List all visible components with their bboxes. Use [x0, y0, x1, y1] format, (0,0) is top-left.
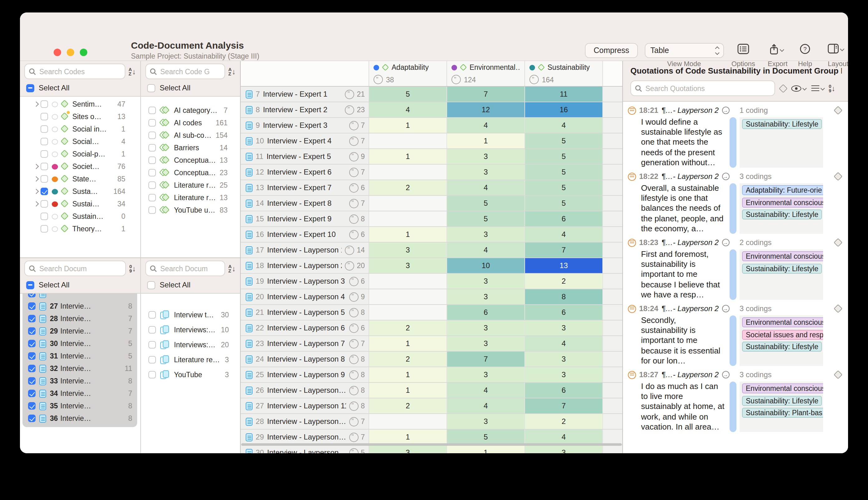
code-row[interactable]: Sustai…34 — [20, 198, 140, 210]
code-row[interactable]: Sustain…0 — [20, 210, 140, 223]
heatmap-cell[interactable] — [369, 414, 447, 429]
code-checkbox[interactable] — [41, 213, 48, 220]
document-checkbox[interactable] — [28, 414, 35, 422]
document-group-row[interactable]: Interviews:…20 — [141, 337, 240, 352]
compress-button[interactable]: Compress — [585, 43, 638, 58]
code-checkbox[interactable] — [41, 225, 48, 232]
code-group-row[interactable]: AI codes161 — [141, 116, 240, 129]
document-group-checkbox[interactable] — [148, 311, 156, 319]
document-row[interactable]: 34Intervie…7 — [22, 387, 137, 400]
heatmap-cell[interactable]: 7 — [447, 87, 525, 102]
row-header-cell[interactable]: 11Interview - Expert 59 — [241, 149, 369, 164]
visibility-menu-button[interactable] — [791, 85, 806, 91]
quotation-item[interactable]: 18:22¶…- Layperson 2→3 codingsOverall, a… — [623, 168, 848, 234]
code-group-checkbox[interactable] — [148, 206, 156, 214]
heatmap-cell[interactable]: 4 — [447, 242, 525, 258]
document-group-checkbox[interactable] — [148, 341, 156, 349]
code-row[interactable]: Sites o…13 — [20, 110, 140, 123]
heatmap-cell[interactable] — [369, 211, 447, 226]
code-tag[interactable]: Environmental conscious — [742, 384, 823, 394]
code-checkbox[interactable] — [41, 163, 48, 170]
heatmap-cell[interactable]: 7 — [525, 398, 603, 413]
document-row[interactable]: 30Intervie…5 — [22, 337, 137, 350]
code-group-row[interactable]: Conceptua…13 — [141, 154, 240, 167]
heatmap-cell[interactable]: 3 — [525, 445, 603, 453]
heatmap-cell[interactable]: 5 — [447, 430, 525, 444]
codes-search-input[interactable]: Search Codes — [24, 64, 125, 79]
code-checkbox[interactable] — [41, 138, 48, 145]
heatmap-cell-selected[interactable]: 13 — [525, 258, 603, 273]
heatmap-cell[interactable]: 4 — [447, 180, 525, 195]
expand-chevron-icon[interactable] — [32, 190, 39, 193]
view-mode-select[interactable]: Table — [645, 43, 724, 58]
heatmap-cell[interactable]: 11 — [525, 87, 603, 102]
column-header[interactable]: Sustainability164 — [525, 61, 603, 86]
document-checkbox[interactable] — [28, 377, 35, 385]
heatmap-cell[interactable]: 6 — [525, 305, 603, 320]
heatmap-cell[interactable]: 2 — [525, 274, 603, 289]
heatmap-cell[interactable] — [369, 305, 447, 320]
codes-sort-button[interactable]: AZ↓ — [128, 67, 136, 76]
options-button[interactable] — [737, 44, 749, 54]
code-tag[interactable]: Societal issues and resp — [742, 329, 823, 340]
heatmap-cell[interactable]: 3 — [525, 320, 603, 336]
code-checkbox[interactable] — [41, 125, 48, 133]
heatmap-cell[interactable]: 5 — [525, 134, 603, 148]
row-header-cell[interactable]: 9Interview - Expert 37 — [241, 118, 369, 133]
heatmap-cell[interactable]: 3 — [447, 289, 525, 304]
coding-bar[interactable] — [730, 117, 736, 168]
code-filter-icon[interactable] — [779, 84, 788, 93]
heatmap-cell[interactable]: 1 — [447, 445, 525, 453]
coding-bar[interactable] — [730, 316, 736, 366]
heatmap-cell[interactable]: 7 — [525, 242, 603, 258]
code-checkbox[interactable] — [41, 188, 48, 195]
code-tag[interactable]: Environmental conscious — [742, 197, 823, 207]
heatmap-cell[interactable]: 1 — [447, 134, 525, 148]
heatmap-cell[interactable]: 5 — [447, 211, 525, 226]
document-group-row[interactable]: Interviews:…10 — [141, 322, 240, 337]
code-tag[interactable]: Sustainability: Lifestyle — [742, 342, 822, 352]
code-row[interactable]: State…85 — [20, 173, 140, 185]
code-checkbox[interactable] — [41, 150, 48, 158]
row-header-cell[interactable]: 19Interview - Layperson 36 — [241, 274, 369, 289]
documents-search-input[interactable]: Search Docum — [24, 261, 126, 276]
code-group-checkbox[interactable] — [148, 169, 156, 177]
expand-chevron-icon[interactable] — [32, 202, 39, 206]
document-checkbox[interactable] — [28, 340, 35, 347]
heatmap-cell[interactable]: 1 — [369, 336, 447, 351]
heatmap-cell[interactable]: 8 — [525, 289, 603, 304]
row-header-cell[interactable]: 8Interview - Expert 223 — [241, 102, 369, 117]
document-checkbox[interactable] — [28, 390, 35, 397]
column-header[interactable]: Environmental…124 — [447, 61, 525, 86]
row-header-cell[interactable]: 23Interview - Layperson 77 — [241, 336, 369, 351]
row-header-cell[interactable]: 27Interview - Layperson 118 — [241, 398, 369, 413]
document-row[interactable]: 29Intervie…7 — [22, 325, 137, 337]
go-to-quotation-icon[interactable]: → — [722, 173, 729, 180]
column-header[interactable]: Adaptability38 — [369, 61, 447, 86]
document-groups-sort-button[interactable]: AZ↓ — [228, 264, 236, 273]
heatmap-cell[interactable]: 3 — [447, 414, 525, 429]
zoom-window-button[interactable] — [80, 49, 87, 56]
codes-diamond-icon[interactable] — [834, 370, 843, 379]
heatmap-cell[interactable]: 4 — [447, 118, 525, 133]
quotation-item[interactable]: 18:27¶…- Layperson 2→3 codingsI do as mu… — [623, 366, 848, 432]
code-tag[interactable]: Sustainability: Lifestyle — [742, 209, 822, 219]
list-options-button[interactable] — [811, 85, 824, 91]
heatmap-cell[interactable]: 3 — [447, 164, 525, 180]
document-checkbox[interactable] — [28, 327, 35, 335]
heatmap-cell[interactable]: 3 — [525, 352, 603, 366]
heatmap-cell[interactable]: 12 — [447, 102, 525, 117]
heatmap-cell[interactable]: 3 — [369, 445, 447, 453]
document-group-row[interactable]: Literature re…3 — [141, 352, 240, 367]
row-header-cell[interactable]: 15Interview - Expert 98 — [241, 211, 369, 226]
code-tag[interactable]: Sustainability: Lifestyle — [742, 396, 822, 406]
heatmap-cell[interactable]: 5 — [525, 180, 603, 195]
heatmap-cell[interactable] — [369, 134, 447, 148]
code-tag[interactable]: Environmental conscious — [742, 317, 823, 327]
heatmap-cell[interactable]: 2 — [369, 398, 447, 413]
heatmap-cell[interactable]: 1 — [369, 149, 447, 164]
code-group-row[interactable]: Literature r…25 — [141, 179, 240, 191]
code-row[interactable]: Societ…76 — [20, 160, 140, 173]
quotations-sort-button[interactable]: 09↓ — [829, 84, 835, 93]
document-row[interactable]: 32Intervie…11 — [22, 362, 137, 375]
